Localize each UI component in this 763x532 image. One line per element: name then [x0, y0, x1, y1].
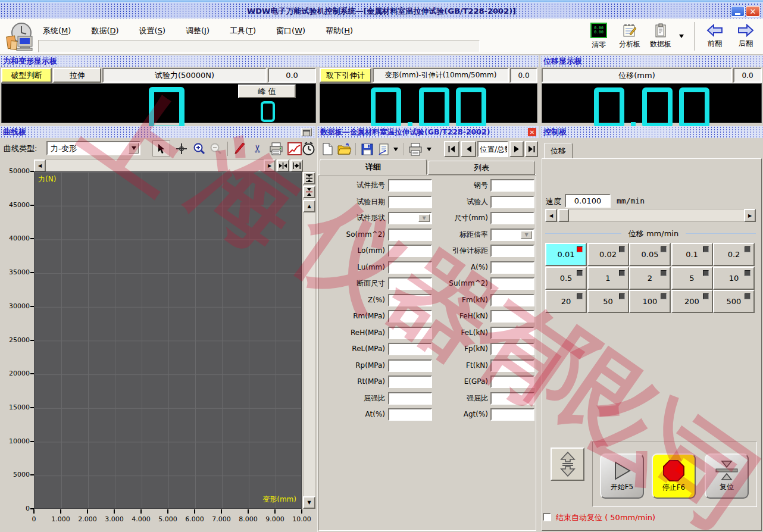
- tab-detail[interactable]: 详细: [320, 159, 427, 175]
- speed-button-2[interactable]: 2: [629, 267, 671, 290]
- slider-right-button[interactable]: ▶: [744, 209, 756, 222]
- export-report-button[interactable]: [376, 142, 391, 157]
- menu-item[interactable]: 工具(T): [227, 24, 258, 37]
- field-input[interactable]: [490, 359, 534, 372]
- pen-tool-button[interactable]: [232, 140, 248, 157]
- speed-button-0.02[interactable]: 0.02: [587, 243, 629, 266]
- close-button[interactable]: ✕: [746, 6, 760, 17]
- field-input[interactable]: ▼: [490, 229, 534, 241]
- tensile-button[interactable]: 拉伸: [53, 68, 101, 83]
- speed-button-0.05[interactable]: 0.05: [629, 243, 671, 266]
- speed-button-0.5[interactable]: 0.5: [545, 267, 587, 290]
- speed-button-0.1[interactable]: 0.1: [671, 243, 713, 266]
- vscroll-up-button[interactable]: ▲: [303, 200, 315, 212]
- export-dropdown-button[interactable]: [392, 145, 400, 154]
- curve-type-dropdown-icon[interactable]: [129, 143, 139, 154]
- data-panel-close-icon[interactable]: ✕: [528, 128, 536, 136]
- crosshair-tool-button[interactable]: [174, 140, 189, 157]
- speed-button-0.2[interactable]: 0.2: [713, 243, 755, 266]
- print-dropdown-button[interactable]: [425, 145, 433, 154]
- jog-updown-button[interactable]: [551, 447, 584, 481]
- speed-button-1[interactable]: 1: [587, 267, 629, 290]
- save-button[interactable]: [359, 142, 374, 157]
- nav-first-button[interactable]: [444, 141, 459, 157]
- speed-button-10[interactable]: 10: [713, 267, 755, 290]
- peak-button[interactable]: 峰 值: [238, 85, 296, 98]
- scissors-tool-button[interactable]: ✂: [250, 140, 265, 157]
- restore-icon[interactable]: [301, 128, 312, 136]
- speed-button-50[interactable]: 50: [587, 290, 629, 313]
- menu-item[interactable]: 系统(M): [40, 24, 73, 37]
- extensometer-remove-button[interactable]: 取下引伸计: [320, 68, 371, 83]
- field-input[interactable]: [490, 179, 534, 192]
- combo-dropdown-icon[interactable]: ▼: [521, 231, 532, 239]
- title-bar[interactable]: WDW电子万能试验机控制系统—[金属材料室温拉伸试验(GB/T228-2002)…: [0, 2, 763, 18]
- menu-item[interactable]: 调整(J): [183, 24, 212, 37]
- speed-input[interactable]: 0.0100: [565, 194, 611, 208]
- fit-horizontal-button[interactable]: [277, 159, 289, 172]
- zoom-out-tool-button[interactable]: [208, 140, 224, 157]
- zoom-in-tool-button[interactable]: [192, 140, 207, 157]
- nav-prev-button[interactable]: [461, 141, 476, 157]
- hscroll-right-button[interactable]: ▶: [264, 159, 276, 172]
- data-board-button[interactable]: 数据板: [646, 21, 675, 52]
- curve-type-select[interactable]: 力-变形: [46, 141, 140, 155]
- field-input[interactable]: [490, 343, 534, 355]
- start-button[interactable]: 开始F5: [600, 453, 644, 499]
- field-input[interactable]: [490, 375, 534, 388]
- tab-displacement[interactable]: 位移: [544, 143, 573, 159]
- chart-vscrollbar[interactable]: [303, 171, 315, 509]
- speed-button-200[interactable]: 200: [671, 290, 713, 313]
- field-input[interactable]: [490, 245, 534, 257]
- field-input[interactable]: [490, 310, 534, 323]
- timer-button[interactable]: [301, 140, 316, 157]
- field-input[interactable]: [490, 196, 534, 208]
- field-input[interactable]: [490, 408, 534, 421]
- field-input[interactable]: [490, 392, 534, 405]
- speed-button-0.01[interactable]: 0.01: [545, 243, 587, 266]
- field-input[interactable]: [490, 327, 534, 339]
- toolbar-dropdown-button[interactable]: [676, 32, 687, 41]
- minimize-button[interactable]: [731, 6, 745, 17]
- menu-item[interactable]: 窗口(W): [274, 24, 308, 37]
- page-prev-button[interactable]: 前翻: [701, 21, 728, 52]
- slider-thumb[interactable]: [558, 209, 569, 222]
- cursor-tool-button[interactable]: [152, 140, 170, 157]
- hscroll-left-button[interactable]: ◀: [34, 159, 46, 172]
- chart-hscrollbar[interactable]: [34, 159, 303, 172]
- nav-last-button[interactable]: [525, 141, 538, 157]
- curve-chart-button[interactable]: [287, 140, 302, 157]
- vscroll-down-button[interactable]: ▼: [303, 496, 315, 509]
- speed-button-5[interactable]: 5: [671, 267, 713, 290]
- open-file-button[interactable]: [337, 142, 352, 157]
- clear-zero-button[interactable]: 0.000.00 清零: [586, 21, 612, 52]
- speed-button-500[interactable]: 500: [713, 290, 755, 313]
- x-tick-label: 6.000: [182, 515, 208, 523]
- field-input[interactable]: [490, 261, 534, 274]
- chart-plot-area[interactable]: 力(N) 变形(mm): [34, 171, 302, 509]
- reset-button[interactable]: 复位: [705, 453, 749, 499]
- analysis-board-button[interactable]: 分析板: [614, 21, 645, 52]
- tab-list[interactable]: 列表: [428, 161, 535, 175]
- stop-button[interactable]: 停止F6: [652, 453, 696, 499]
- menu-item[interactable]: 设置(S): [137, 24, 168, 37]
- nav-next-button[interactable]: [509, 141, 524, 157]
- print-curve-button[interactable]: [268, 140, 284, 157]
- new-file-button[interactable]: [320, 142, 334, 157]
- field-input[interactable]: [490, 294, 534, 306]
- fit-height-button[interactable]: [303, 186, 315, 198]
- menu-item[interactable]: 帮助(H): [323, 24, 355, 37]
- page-next-button[interactable]: 后翻: [732, 21, 759, 52]
- field-input[interactable]: [490, 212, 534, 224]
- slider-left-button[interactable]: ◀: [545, 209, 557, 222]
- speed-button-100[interactable]: 100: [629, 290, 671, 313]
- speed-button-20[interactable]: 20: [545, 290, 587, 313]
- speed-slider-track[interactable]: [545, 209, 756, 222]
- auto-reset-checkbox[interactable]: [543, 513, 551, 521]
- field-input[interactable]: [490, 277, 534, 290]
- break-judge-button[interactable]: 破型判断: [1, 68, 52, 83]
- print-data-button[interactable]: [407, 142, 424, 157]
- fit-vertical-button[interactable]: [303, 172, 315, 184]
- fit-width-button[interactable]: [290, 159, 303, 172]
- menu-item[interactable]: 数据(D): [89, 24, 121, 37]
